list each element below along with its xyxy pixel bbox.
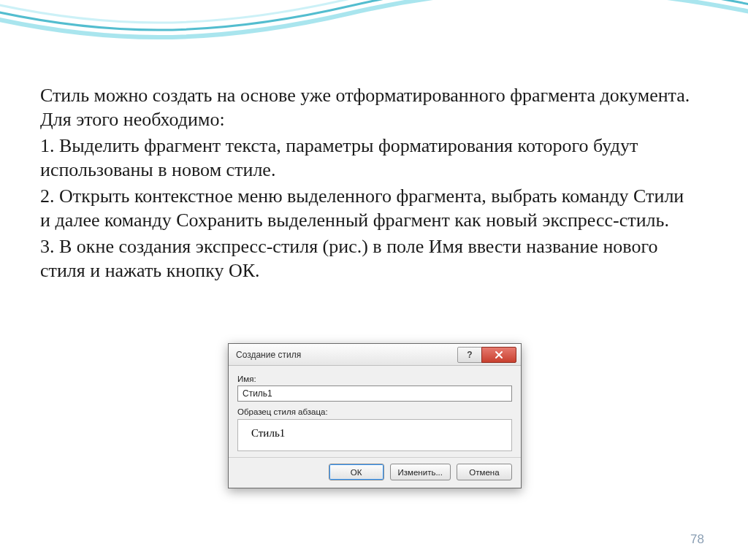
slide-body: Стиль можно создать на основе уже отформ… xyxy=(40,84,690,285)
dialog-footer: ОК Изменить... Отмена xyxy=(229,457,521,488)
style-dialog-figure: Создание стиля ? Имя: Образец стиля абза… xyxy=(228,343,520,488)
create-style-dialog: Создание стиля ? Имя: Образец стиля абза… xyxy=(228,343,522,488)
intro-text: Стиль можно создать на основе уже отформ… xyxy=(40,84,690,131)
page-number: 78 xyxy=(690,532,704,547)
sample-label: Образец стиля абзаца: xyxy=(237,407,512,416)
dialog-body: Имя: Образец стиля абзаца: Стиль1 xyxy=(229,366,521,457)
help-icon: ? xyxy=(467,350,472,359)
ok-button[interactable]: ОК xyxy=(329,464,384,480)
close-icon xyxy=(495,350,503,359)
dialog-titlebar: Создание стиля ? xyxy=(229,344,521,366)
step-1: 1. Выделить фрагмент текста, параметры ф… xyxy=(40,134,690,182)
close-button[interactable] xyxy=(481,347,516,363)
step-3: 3. В окне создания экспресс-стиля (рис.)… xyxy=(40,235,690,283)
style-name-input[interactable] xyxy=(237,386,512,402)
modify-button[interactable]: Изменить... xyxy=(390,464,451,480)
cancel-button[interactable]: Отмена xyxy=(457,464,512,480)
name-label: Имя: xyxy=(237,375,512,383)
style-preview-text: Стиль1 xyxy=(251,427,285,439)
dialog-title: Создание стиля xyxy=(236,350,458,360)
decorative-wave xyxy=(0,0,748,51)
style-preview: Стиль1 xyxy=(237,419,512,451)
step-2: 2. Открыть контекстное меню выделенного … xyxy=(40,185,690,232)
window-controls: ? xyxy=(458,347,516,363)
help-button[interactable]: ? xyxy=(457,347,482,363)
